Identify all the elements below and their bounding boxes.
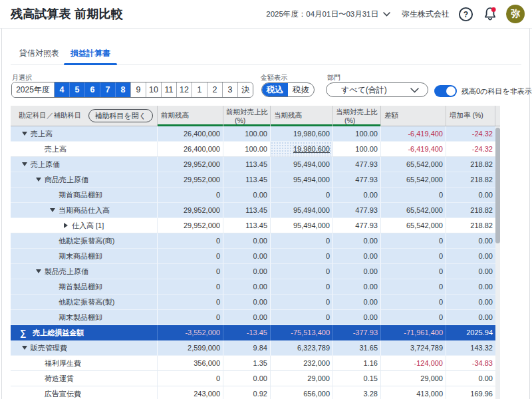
account-column-header: 勘定科目／補助科目 補助科目を開く [11, 106, 158, 126]
zero-balance-toggle-label: 残高0の科目を非表示 [462, 86, 532, 96]
month-cell-4[interactable]: 4 [54, 82, 69, 97]
chevron-down-icon [410, 88, 419, 93]
value-text: 0 [439, 252, 443, 260]
value-text: 477.93 [355, 160, 378, 168]
value-text: 100.00 [355, 130, 378, 138]
value-cell: 1.16 [333, 356, 381, 371]
open-subaccounts-button[interactable]: 補助科目を開く [88, 109, 154, 122]
table-row-他勘定振替高(商)[interactable]: 他勘定振替高(商)00.0000.0000.00 [11, 233, 500, 249]
value-cell: 0.00 [333, 310, 381, 325]
value-cell: 3.28 [333, 386, 381, 399]
value-cell: 19,980,600 [271, 142, 333, 157]
table-row-荷造運賃[interactable]: 荷造運賃00.0029,0000.1529,0000.00 [11, 371, 500, 386]
notifications-button[interactable] [482, 6, 498, 22]
value-cell: 0.00 [223, 310, 271, 325]
table-row-他勘定振替高(製)[interactable]: 他勘定振替高(製)00.0000.0000.00 [11, 295, 500, 310]
table-row-売上高[interactable]: 売上高26,400,000100.0019,980,600100.00-6,41… [11, 142, 500, 157]
account-name-cell: 売上高 [11, 126, 158, 142]
value-text: -75,513,400 [291, 329, 330, 336]
table-row-売上総損益金額[interactable]: ∑売上総損益金額-3,552,000-13.45-75,513,400-377.… [11, 325, 500, 340]
value-text: 0.00 [364, 237, 378, 245]
table-row-期首製品棚卸[interactable]: 期首製品棚卸00.0000.0000.00 [11, 279, 500, 295]
value-cell: -24.32 [446, 126, 495, 142]
collapse-arrow-icon[interactable] [22, 162, 27, 166]
value-text: 0 [216, 267, 220, 275]
month-cell-9[interactable]: 9 [130, 82, 146, 97]
value-cell: 1.35 [223, 356, 271, 371]
collapse-arrow-icon[interactable] [22, 346, 27, 350]
table-row-期末商品棚卸[interactable]: 期末商品棚卸00.0000.0000.00 [11, 249, 500, 264]
value-text: 0 [326, 237, 330, 245]
account-name-cell: 広告宣伝費 [11, 386, 158, 399]
account-name: 期首製品棚卸 [59, 282, 102, 292]
value-text: 477.93 [355, 176, 378, 184]
month-cell-10[interactable]: 10 [146, 82, 161, 97]
table-row-販売管理費[interactable]: 販売管理費2,599,0009.846,323,78931.653,724,78… [11, 340, 500, 356]
value-cell: 169.96 [446, 386, 495, 399]
tax-excluded-option[interactable]: 税抜 [288, 83, 314, 96]
value-text: 0 [216, 374, 220, 382]
table-row-仕入高 [1][interactable]: 仕入高 [1]29,952,000113.4595,494,000477.936… [11, 218, 500, 233]
month-cell-2[interactable]: 2 [207, 82, 222, 97]
value-text: 29,000 [420, 374, 443, 382]
table-row-製品売上原価[interactable]: 製品売上原価00.0000.0000.00 [11, 264, 500, 279]
account-name: 製品売上原価 [45, 267, 88, 277]
value-cell: 0.00 [223, 249, 271, 264]
value-text: 6,323,789 [297, 344, 330, 352]
collapse-arrow-icon[interactable] [36, 269, 41, 273]
value-text: 0.00 [253, 298, 267, 306]
chevron-down-icon [383, 12, 390, 17]
value-cell: 113.45 [223, 203, 271, 218]
amount-display-label: 金額表示 [261, 73, 287, 82]
table-row-期首商品棚卸[interactable]: 期首商品棚卸00.0000.0000.00 [11, 188, 500, 203]
month-cell-1[interactable]: 1 [192, 82, 207, 97]
value-cell: 95,494,000 [271, 203, 333, 218]
value-text: 218.82 [470, 221, 493, 229]
month-cell-決[interactable]: 決 [237, 82, 253, 97]
collapse-arrow-icon[interactable] [50, 208, 55, 212]
fiscal-year-cell[interactable]: 2025年度 [12, 82, 54, 97]
account-name: 期末商品棚卸 [59, 251, 102, 261]
value-text: 113.45 [245, 206, 267, 214]
zero-balance-toggle[interactable] [434, 85, 457, 97]
month-cell-11[interactable]: 11 [161, 82, 176, 97]
table-row-売上高[interactable]: 売上高26,400,000100.0019,980,600100.00-6,41… [11, 126, 500, 142]
table-row-当期商品仕入高[interactable]: 当期商品仕入高29,952,000113.4595,494,000477.936… [11, 203, 500, 218]
value-cell: 0.00 [446, 279, 495, 295]
table-body: 売上高26,400,000100.0019,980,600100.00-6,41… [11, 126, 500, 399]
value-text: 65,542,000 [406, 206, 443, 214]
month-cell-12[interactable]: 12 [176, 82, 192, 97]
fiscal-period-selector[interactable]: 2025年度：04月01日〜03月31日 [266, 9, 390, 19]
tax-included-option[interactable]: 税込 [262, 83, 288, 96]
month-cell-5[interactable]: 5 [69, 82, 84, 97]
value-text: 0.92 [253, 390, 267, 398]
tab-profit-loss[interactable]: 損益計算書 [64, 41, 117, 65]
value-cell: 100.00 [223, 142, 271, 157]
table-row-福利厚生費[interactable]: 福利厚生費356,0001.35232,0001.16-124,000-34.8… [11, 356, 500, 371]
value-cell: 31.65 [333, 340, 381, 356]
department-label: 部門 [327, 73, 340, 82]
value-text: 356,000 [194, 359, 220, 367]
table-scrollbar-thumb[interactable] [495, 128, 500, 243]
department-dropdown[interactable]: すべて(合計) [326, 82, 428, 97]
expand-arrow-icon[interactable] [64, 223, 68, 228]
table-row-期末製品棚卸[interactable]: 期末製品棚卸00.0000.0000.00 [11, 310, 500, 325]
table-row-売上原価[interactable]: 売上原価29,952,000113.4595,494,000477.9365,5… [11, 157, 500, 172]
avatar[interactable]: 弥 [506, 5, 525, 23]
month-cell-8[interactable]: 8 [115, 82, 130, 97]
table-row-広告宣伝費[interactable]: 広告宣伝費243,0000.92656,0003.28413,000169.96 [11, 386, 500, 399]
table-row-商品売上原価[interactable]: 商品売上原価29,952,000113.4595,494,000477.9365… [11, 172, 500, 188]
help-button[interactable]: ? [458, 7, 473, 22]
month-cell-6[interactable]: 6 [84, 82, 100, 97]
value-text: 243,000 [194, 390, 220, 398]
value-cell: 0 [381, 279, 446, 295]
month-cell-3[interactable]: 3 [222, 82, 237, 97]
collapse-arrow-icon[interactable] [36, 178, 41, 182]
collapse-arrow-icon[interactable] [22, 132, 27, 136]
tab-balance-sheet[interactable]: 貸借対照表 [13, 41, 66, 65]
drilldown-link[interactable]: 19,980,600 [293, 145, 330, 153]
value-text: 65,542,000 [406, 221, 443, 229]
account-name: 当期商品仕入高 [59, 205, 110, 215]
month-cell-7[interactable]: 7 [100, 82, 115, 97]
value-text: 0.00 [253, 191, 267, 199]
